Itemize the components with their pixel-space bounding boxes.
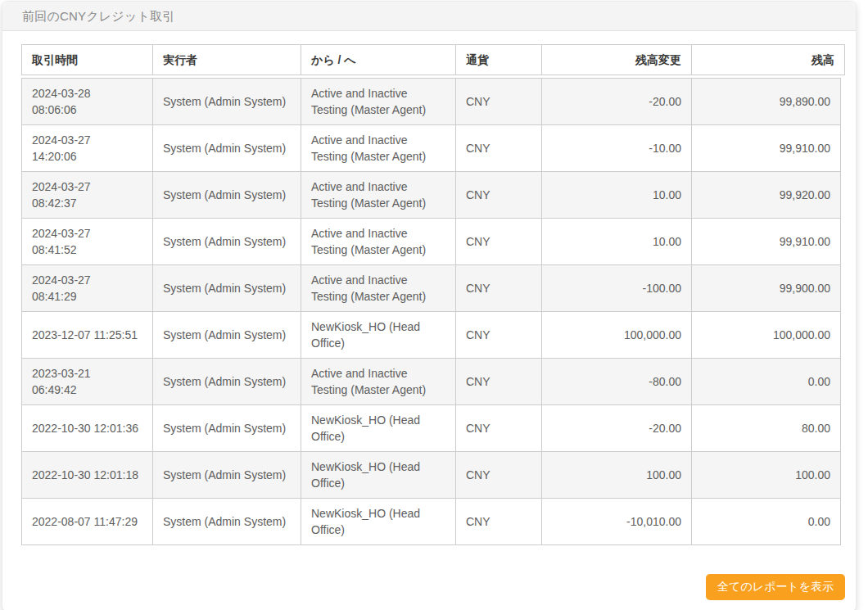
cell-transaction-time: 2024-03-27 08:41:52 bbox=[22, 219, 153, 265]
cell-balance: 99,900.00 bbox=[692, 265, 841, 312]
cell-from-to: NewKiosk_HO (Head Office) bbox=[301, 452, 456, 499]
cell-executor: System (Admin System) bbox=[153, 405, 301, 452]
cell-balance: 99,910.00 bbox=[692, 219, 841, 265]
cell-executor: System (Admin System) bbox=[153, 359, 301, 405]
cell-transaction-time: 2024-03-27 14:20:06 bbox=[22, 125, 153, 172]
cell-from-to: NewKiosk_HO (Head Office) bbox=[301, 405, 456, 452]
cell-balance-change: 100.00 bbox=[542, 452, 692, 499]
cell-executor: System (Admin System) bbox=[153, 265, 301, 312]
cell-transaction-time: 2023-03-21 06:49:42 bbox=[22, 359, 153, 405]
cell-balance: 100,000.00 bbox=[692, 312, 841, 359]
cell-transaction-time: 2022-10-30 12:01:36 bbox=[22, 405, 153, 452]
cell-executor: System (Admin System) bbox=[153, 312, 301, 359]
cell-currency: CNY bbox=[456, 265, 542, 312]
header-table: 取引時間 実行者 から / へ 通貨 残高変更 残高 bbox=[21, 44, 845, 75]
table-row: 2022-08-07 11:47:29 System (Admin System… bbox=[22, 499, 841, 545]
cell-transaction-time: 2022-08-07 11:47:29 bbox=[22, 499, 153, 545]
cell-balance: 100.00 bbox=[692, 452, 841, 499]
cell-balance-change: -10.00 bbox=[542, 125, 692, 172]
column-header-balance: 残高 bbox=[692, 45, 845, 75]
cell-balance-change: 10.00 bbox=[542, 172, 692, 219]
cell-from-to: NewKiosk_HO (Head Office) bbox=[301, 499, 456, 545]
cell-currency: CNY bbox=[456, 125, 542, 172]
cell-balance-change: -20.00 bbox=[542, 79, 692, 125]
cell-from-to: Active and Inactive Testing (Master Agen… bbox=[301, 125, 456, 172]
cell-balance-change: 100,000.00 bbox=[542, 312, 692, 359]
cell-transaction-time: 2024-03-28 08:06:06 bbox=[22, 79, 153, 125]
transactions-table-body: 2024-03-28 08:06:06 System (Admin System… bbox=[21, 78, 856, 545]
cell-balance: 99,910.00 bbox=[692, 125, 841, 172]
cell-balance-change: 10.00 bbox=[542, 219, 692, 265]
panel-header: 前回のCNYクレジット取引 bbox=[2, 2, 856, 31]
transactions-table-header: 取引時間 実行者 から / へ 通貨 残高変更 残高 bbox=[21, 44, 856, 75]
cell-balance-change: -10,010.00 bbox=[542, 499, 692, 545]
table-row: 2024-03-27 08:41:29 System (Admin System… bbox=[22, 265, 841, 312]
cell-from-to: Active and Inactive Testing (Master Agen… bbox=[301, 265, 456, 312]
table-row: 2022-10-30 12:01:18 System (Admin System… bbox=[22, 452, 841, 499]
cell-balance: 80.00 bbox=[692, 405, 841, 452]
cell-currency: CNY bbox=[456, 79, 542, 125]
column-header-transaction-time: 取引時間 bbox=[22, 45, 153, 75]
table-row: 2023-12-07 11:25:51 System (Admin System… bbox=[22, 312, 841, 359]
previous-cny-credit-transactions-panel: 前回のCNYクレジット取引 取引時間 実行者 から / へ 通貨 残高変更 残高 bbox=[2, 1, 857, 610]
cell-balance: 0.00 bbox=[692, 359, 841, 405]
cell-executor: System (Admin System) bbox=[153, 79, 301, 125]
cell-balance: 99,890.00 bbox=[692, 79, 841, 125]
cell-executor: System (Admin System) bbox=[153, 452, 301, 499]
cell-executor: System (Admin System) bbox=[153, 499, 301, 545]
column-header-executor: 実行者 bbox=[153, 45, 301, 75]
cell-from-to: Active and Inactive Testing (Master Agen… bbox=[301, 359, 456, 405]
cell-currency: CNY bbox=[456, 499, 542, 545]
cell-currency: CNY bbox=[456, 219, 542, 265]
cell-balance: 99,920.00 bbox=[692, 172, 841, 219]
cell-executor: System (Admin System) bbox=[153, 125, 301, 172]
cell-currency: CNY bbox=[456, 359, 542, 405]
header-row: 取引時間 実行者 から / へ 通貨 残高変更 残高 bbox=[22, 45, 845, 75]
cell-balance-change: -100.00 bbox=[542, 265, 692, 312]
cell-transaction-time: 2024-03-27 08:41:29 bbox=[22, 265, 153, 312]
cell-currency: CNY bbox=[456, 452, 542, 499]
table-row: 2024-03-27 14:20:06 System (Admin System… bbox=[22, 125, 841, 172]
show-all-reports-button[interactable]: 全てのレポートを表示 bbox=[706, 574, 845, 600]
cell-currency: CNY bbox=[456, 312, 542, 359]
cell-from-to: Active and Inactive Testing (Master Agen… bbox=[301, 79, 456, 125]
cell-executor: System (Admin System) bbox=[153, 219, 301, 265]
column-header-from-to: から / へ bbox=[301, 45, 456, 75]
cell-balance-change: -80.00 bbox=[542, 359, 692, 405]
cell-balance-change: -20.00 bbox=[542, 405, 692, 452]
cell-from-to: NewKiosk_HO (Head Office) bbox=[301, 312, 456, 359]
cell-currency: CNY bbox=[456, 405, 542, 452]
panel-title: 前回のCNYクレジット取引 bbox=[22, 9, 174, 23]
cell-executor: System (Admin System) bbox=[153, 172, 301, 219]
panel-body: 取引時間 実行者 から / へ 通貨 残高変更 残高 2024-03-28 08… bbox=[2, 31, 856, 610]
cell-transaction-time: 2022-10-30 12:01:18 bbox=[22, 452, 153, 499]
table-row: 2024-03-27 08:41:52 System (Admin System… bbox=[22, 219, 841, 265]
column-header-currency: 通貨 bbox=[456, 45, 542, 75]
cell-balance: 0.00 bbox=[692, 499, 841, 545]
cell-from-to: Active and Inactive Testing (Master Agen… bbox=[301, 219, 456, 265]
table-row: 2022-10-30 12:01:36 System (Admin System… bbox=[22, 405, 841, 452]
column-header-balance-change: 残高変更 bbox=[542, 45, 692, 75]
cell-currency: CNY bbox=[456, 172, 542, 219]
panel-footer: 全てのレポートを表示 bbox=[21, 574, 856, 600]
table-row: 2023-03-21 06:49:42 System (Admin System… bbox=[22, 359, 841, 405]
table-row: 2024-03-27 08:42:37 System (Admin System… bbox=[22, 172, 841, 219]
cell-transaction-time: 2023-12-07 11:25:51 bbox=[22, 312, 153, 359]
table-row: 2024-03-28 08:06:06 System (Admin System… bbox=[22, 79, 841, 125]
cell-transaction-time: 2024-03-27 08:42:37 bbox=[22, 172, 153, 219]
transactions-table: 2024-03-28 08:06:06 System (Admin System… bbox=[21, 78, 841, 545]
cell-from-to: Active and Inactive Testing (Master Agen… bbox=[301, 172, 456, 219]
